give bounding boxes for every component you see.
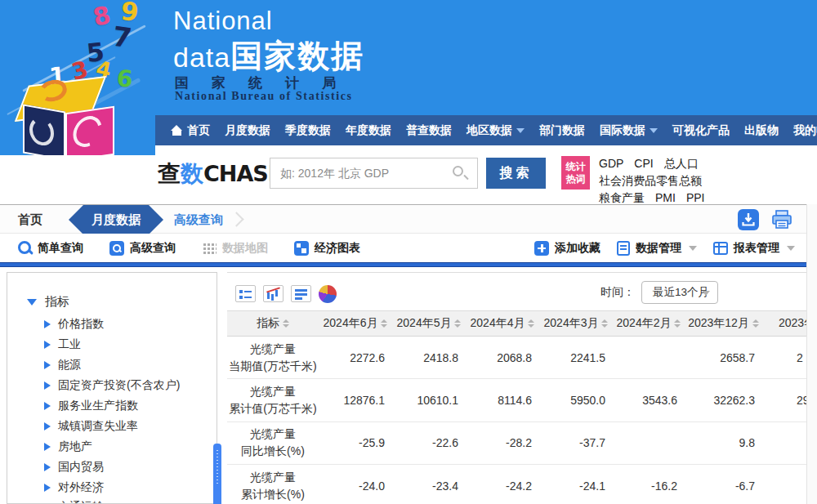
triangle-right-icon bbox=[44, 361, 51, 369]
value-cell: 5950.0 bbox=[539, 379, 613, 421]
value-cell: 2272.6 bbox=[319, 337, 392, 378]
tree-item-price-index[interactable]: 价格指数 bbox=[7, 314, 217, 335]
pie-chart-view-icon[interactable] bbox=[319, 285, 337, 303]
hot-badge-line1: 统计 bbox=[566, 162, 586, 172]
tree-root-indicators[interactable]: 指标 bbox=[27, 294, 217, 310]
hbar-chart-view-icon[interactable] bbox=[291, 285, 311, 302]
table-view-icon[interactable] bbox=[235, 285, 256, 302]
economic-charts-button[interactable]: 经济图表 bbox=[294, 241, 360, 256]
column-header[interactable]: 2024年5月 bbox=[392, 310, 466, 337]
map-icon bbox=[202, 242, 217, 255]
nav-label: 年度数据 bbox=[346, 123, 391, 138]
scrollbar-track[interactable] bbox=[806, 204, 817, 504]
table-row[interactable]: 光缆产量累计增长(%) -24.0 -23.4 -24.2 -24.1 -16.… bbox=[227, 465, 806, 504]
value-cell: -37.7 bbox=[539, 422, 613, 464]
nav-item-visualization[interactable]: 可视化产品 bbox=[665, 123, 737, 138]
column-header[interactable]: 2024年6月 bbox=[319, 310, 392, 337]
search-icon[interactable] bbox=[453, 166, 463, 176]
panel-splitter-handle[interactable] bbox=[213, 444, 221, 504]
hot-word[interactable]: 总人口 bbox=[664, 157, 699, 170]
time-range-select[interactable]: 最近13个月 bbox=[641, 281, 718, 304]
nav-item-publications[interactable]: 出版物 bbox=[737, 123, 786, 138]
hot-words-badge: 统计 热词 bbox=[561, 156, 590, 190]
chevron-down-icon bbox=[650, 128, 658, 133]
tree-item-label: 对外经济 bbox=[58, 480, 104, 495]
query-toolbar: 简单查询 高级查询 数据地图 经济图表 添加收藏 数据管理 bbox=[0, 234, 806, 262]
print-button[interactable] bbox=[770, 209, 793, 230]
nav-item-regional[interactable]: 地区数据 bbox=[459, 123, 532, 138]
value-cell: -25.9 bbox=[319, 422, 392, 464]
advanced-search-icon bbox=[109, 241, 124, 256]
download-button[interactable] bbox=[738, 209, 759, 230]
tree-item-domestic-trade[interactable]: 国内贸易 bbox=[7, 457, 217, 477]
search-button[interactable]: 搜索 bbox=[486, 158, 546, 189]
hot-word[interactable]: GDP bbox=[599, 157, 623, 170]
advanced-query-button[interactable]: 高级查询 bbox=[109, 241, 176, 256]
bar-chart-view-icon[interactable] bbox=[263, 285, 283, 302]
report-manage-menu[interactable]: 报表管理 bbox=[713, 241, 795, 256]
tree-item-industry[interactable]: 工业 bbox=[7, 335, 217, 355]
triangle-right-icon bbox=[44, 484, 51, 492]
plus-icon bbox=[534, 241, 549, 256]
breadcrumb-home[interactable]: 首页 bbox=[18, 212, 42, 228]
value-cell: -24.2 bbox=[466, 465, 539, 504]
breadcrumb-tab-monthly-active[interactable]: 月度数据 bbox=[69, 205, 163, 234]
download-icon bbox=[738, 209, 759, 230]
value-cell-empty bbox=[762, 422, 806, 464]
advanced-query-label: 高级查询 bbox=[130, 241, 176, 256]
falling-digit: 8 bbox=[91, 0, 114, 32]
tree-item-fixed-investment[interactable]: 固定资产投资(不含农户) bbox=[7, 376, 217, 396]
value-cell: -24.0 bbox=[319, 465, 392, 504]
data-manage-menu[interactable]: 数据管理 bbox=[617, 241, 697, 256]
nav-item-international[interactable]: 国际数据 bbox=[592, 123, 665, 138]
hot-word[interactable]: PPI bbox=[686, 191, 705, 204]
nav-item-annual[interactable]: 年度数据 bbox=[338, 123, 399, 138]
simple-query-button[interactable]: 简单查询 bbox=[18, 241, 83, 256]
breadcrumb-tab-advanced-query[interactable]: 高级查询 bbox=[174, 212, 223, 228]
column-header[interactable]: 2024年4月 bbox=[466, 310, 539, 337]
value-cell: 3543.6 bbox=[613, 379, 685, 421]
indicator-cell: 光缆产量累计值(万芯千米) bbox=[227, 379, 319, 421]
sort-icon bbox=[528, 319, 534, 328]
table-row[interactable]: 光缆产量同比增长(%) -25.9 -22.6 -28.2 -37.7 9.8 bbox=[227, 422, 806, 465]
tree-item-real-estate[interactable]: 房地产 bbox=[7, 436, 217, 457]
chart-icon bbox=[294, 241, 309, 256]
column-header[interactable]: 2024年2月 bbox=[613, 310, 685, 337]
add-favorite-button[interactable]: 添加收藏 bbox=[534, 241, 600, 256]
nav-item-departmental[interactable]: 部门数据 bbox=[532, 123, 592, 138]
nav-item-census[interactable]: 普查数据 bbox=[399, 123, 459, 138]
nav-item-favorites[interactable]: 我的收藏 bbox=[786, 123, 817, 138]
table-row[interactable]: 光缆产量累计值(万芯千米) 12876.1 10610.1 8114.6 595… bbox=[227, 379, 806, 421]
table-row[interactable]: 光缆产量当期值(万芯千米) 2272.6 2418.8 2068.8 2241.… bbox=[227, 337, 806, 379]
triangle-right-icon bbox=[44, 320, 51, 328]
data-map-button[interactable]: 数据地图 bbox=[202, 241, 268, 256]
nav-item-monthly[interactable]: 月度数据 bbox=[217, 123, 278, 138]
column-header[interactable]: 2024年3月 bbox=[539, 310, 613, 337]
nav-item-home[interactable]: 首页 bbox=[163, 123, 217, 138]
hot-word[interactable]: 粮食产量 bbox=[599, 191, 645, 204]
tree-item-transportation[interactable]: 交通运输 bbox=[7, 497, 217, 504]
view-toolbar: 时间： 最近13个月 bbox=[227, 273, 806, 310]
site-title: data国家数据 bbox=[173, 34, 364, 78]
sort-icon bbox=[752, 319, 759, 328]
site-header: National data国家数据 国家统计局 National Bureau … bbox=[155, 0, 817, 115]
tree-item-foreign-economy[interactable]: 对外经济 bbox=[7, 477, 217, 497]
tree-item-unemployment[interactable]: 城镇调查失业率 bbox=[7, 416, 217, 436]
sort-icon bbox=[454, 319, 461, 328]
column-header[interactable]: 2023年12月 bbox=[685, 310, 762, 337]
nav-item-quarterly[interactable]: 季度数据 bbox=[278, 123, 338, 138]
value-cell: 2418.8 bbox=[392, 337, 466, 378]
tree-item-label: 城镇调查失业率 bbox=[58, 419, 138, 434]
value-cell: 32262.3 bbox=[685, 379, 762, 421]
tree-item-energy[interactable]: 能源 bbox=[7, 355, 217, 376]
column-header-indicator[interactable]: 指标 bbox=[227, 310, 319, 337]
hot-word[interactable]: CPI bbox=[634, 157, 653, 170]
tree-item-services-index[interactable]: 服务业生产指数 bbox=[7, 396, 217, 417]
column-header-clipped[interactable]: 2023年 bbox=[762, 310, 806, 337]
chashu-cha: 查 bbox=[158, 161, 181, 186]
cube-logo bbox=[11, 75, 142, 155]
hot-word[interactable]: 社会消费品零售总额 bbox=[599, 174, 702, 187]
hot-word[interactable]: PMI bbox=[655, 191, 676, 204]
nav-label: 出版物 bbox=[744, 123, 779, 138]
search-input[interactable] bbox=[270, 158, 478, 189]
